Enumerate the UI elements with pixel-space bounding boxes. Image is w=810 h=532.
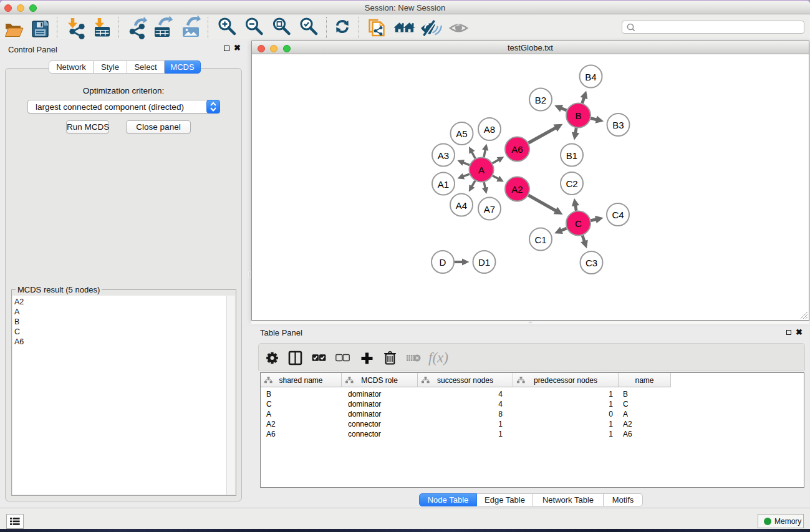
- svg-text:C: C: [575, 218, 582, 229]
- svg-text:B4: B4: [585, 72, 596, 82]
- svg-text:B3: B3: [612, 120, 624, 130]
- svg-text:f(x): f(x): [428, 350, 448, 365]
- svg-text:D: D: [440, 257, 446, 268]
- svg-text:A4: A4: [456, 200, 467, 211]
- svg-text:C3: C3: [586, 258, 597, 268]
- svg-text:A3: A3: [438, 150, 449, 161]
- svg-text:A6: A6: [511, 144, 523, 155]
- svg-text:A8: A8: [484, 124, 495, 135]
- svg-text:B1: B1: [566, 150, 577, 161]
- svg-text:A: A: [478, 165, 485, 175]
- svg-text:A5: A5: [456, 128, 467, 139]
- svg-text:A1: A1: [438, 179, 449, 190]
- svg-text:B: B: [575, 110, 581, 121]
- svg-text:B2: B2: [535, 95, 546, 105]
- svg-text:C1: C1: [534, 235, 546, 245]
- svg-text:A2: A2: [511, 184, 523, 195]
- svg-text:A7: A7: [484, 204, 495, 215]
- svg-text:C4: C4: [612, 210, 624, 220]
- svg-text:D1: D1: [478, 257, 490, 268]
- svg-text:C2: C2: [566, 178, 577, 189]
